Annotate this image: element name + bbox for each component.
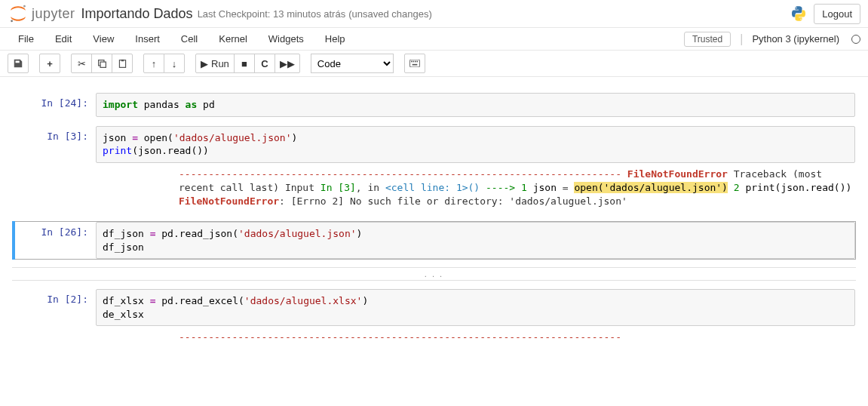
paste-icon <box>118 59 127 69</box>
run-label: Run <box>211 58 229 69</box>
output-prompt <box>96 163 179 214</box>
cut-icon: ✂ <box>78 58 86 69</box>
input-prompt: In [24]: <box>13 93 96 117</box>
output-collapser[interactable]: . . . <box>12 267 856 281</box>
kernel-indicator-icon[interactable] <box>851 35 860 44</box>
fast-forward-icon: ▶▶ <box>280 58 295 69</box>
toolbar: + ✂ ↑ ↓ ▶Run ■ C ▶▶ Code <box>0 51 868 77</box>
input-prompt: In [26]: <box>13 222 96 259</box>
menu-file[interactable]: File <box>8 30 44 48</box>
code-input[interactable]: import pandas as pd <box>96 93 855 117</box>
save-button[interactable] <box>8 54 29 73</box>
svg-rect-10 <box>413 61 414 63</box>
arrow-up-icon: ↑ <box>152 58 157 69</box>
menu-help[interactable]: Help <box>314 30 356 48</box>
code-input[interactable]: df_xlsx = pd.read_excel('dados/aluguel.x… <box>96 289 855 326</box>
output-prompt <box>96 326 179 349</box>
checkpoint-status: Last Checkpoint: 13 minutos atrás <box>198 8 346 20</box>
menu-kernel[interactable]: Kernel <box>208 30 258 48</box>
kernel-name[interactable]: Python 3 (ipykernel) <box>752 33 839 45</box>
error-output: ----------------------------------------… <box>179 163 855 214</box>
move-down-button[interactable]: ↓ <box>164 54 185 73</box>
svg-rect-12 <box>416 61 418 63</box>
copy-button[interactable] <box>91 54 112 73</box>
paste-button[interactable] <box>112 54 133 73</box>
cell-type-select[interactable]: Code <box>311 54 394 73</box>
restart-icon: C <box>261 58 268 69</box>
svg-point-0 <box>23 5 26 8</box>
play-icon: ▶ <box>201 58 208 69</box>
notebook-container: In [24]: import pandas as pd In [3]: jso… <box>0 77 868 373</box>
svg-rect-7 <box>121 59 123 60</box>
keyboard-icon <box>409 60 420 67</box>
notebook-title[interactable]: Importando Dados <box>81 6 193 22</box>
svg-point-3 <box>800 19 802 20</box>
error-output: ----------------------------------------… <box>179 326 621 349</box>
svg-point-1 <box>11 20 13 22</box>
menu-cell[interactable]: Cell <box>170 30 208 48</box>
code-input[interactable]: df_json = pd.read_json('dados/aluguel.js… <box>96 222 855 259</box>
unsaved-status: (unsaved changes) <box>348 8 432 20</box>
jupyter-logo[interactable]: jupyter <box>8 3 75 24</box>
code-cell[interactable]: In [24]: import pandas as pd <box>12 92 856 118</box>
plus-icon: + <box>47 58 53 69</box>
insert-cell-button[interactable]: + <box>39 54 60 73</box>
trusted-indicator[interactable]: Trusted <box>684 32 731 47</box>
svg-rect-13 <box>413 64 418 66</box>
logout-button[interactable]: Logout <box>814 4 860 24</box>
restart-run-all-button[interactable]: ▶▶ <box>275 54 300 73</box>
input-prompt: In [3]: <box>13 126 96 214</box>
code-cell[interactable]: In [2]: df_xlsx = pd.read_excel('dados/a… <box>12 288 856 349</box>
python-icon <box>790 5 808 23</box>
jupyter-logo-text: jupyter <box>32 6 75 22</box>
stop-icon: ■ <box>241 58 247 69</box>
svg-rect-9 <box>411 61 413 63</box>
input-prompt: In [2]: <box>13 289 96 349</box>
menu-view[interactable]: View <box>82 30 124 48</box>
save-icon <box>13 58 23 69</box>
copy-icon <box>97 59 107 69</box>
arrow-down-icon: ↓ <box>172 58 177 69</box>
code-input[interactable]: json = open('dados/aluguel.json') print(… <box>96 126 855 163</box>
restart-button[interactable]: C <box>254 54 275 73</box>
run-button[interactable]: ▶Run <box>195 54 235 73</box>
svg-point-2 <box>796 8 797 9</box>
menu-insert[interactable]: Insert <box>124 30 170 48</box>
move-up-button[interactable]: ↑ <box>143 54 164 73</box>
notebook-header: jupyter Importando Dados Last Checkpoint… <box>0 0 868 28</box>
svg-rect-5 <box>100 62 106 67</box>
menu-edit[interactable]: Edit <box>44 30 82 48</box>
cut-button[interactable]: ✂ <box>71 54 92 73</box>
code-cell[interactable]: In [26]: df_json = pd.read_json('dados/a… <box>12 221 856 260</box>
kernel-separator: | <box>740 32 743 46</box>
command-palette-button[interactable] <box>404 54 425 73</box>
jupyter-icon <box>8 3 29 24</box>
interrupt-button[interactable]: ■ <box>234 54 255 73</box>
code-cell[interactable]: In [3]: json = open('dados/aluguel.json'… <box>12 125 856 214</box>
svg-rect-11 <box>415 61 416 63</box>
svg-rect-8 <box>409 60 419 67</box>
menubar: File Edit View Insert Cell Kernel Widget… <box>0 28 868 51</box>
menu-widgets[interactable]: Widgets <box>258 30 314 48</box>
